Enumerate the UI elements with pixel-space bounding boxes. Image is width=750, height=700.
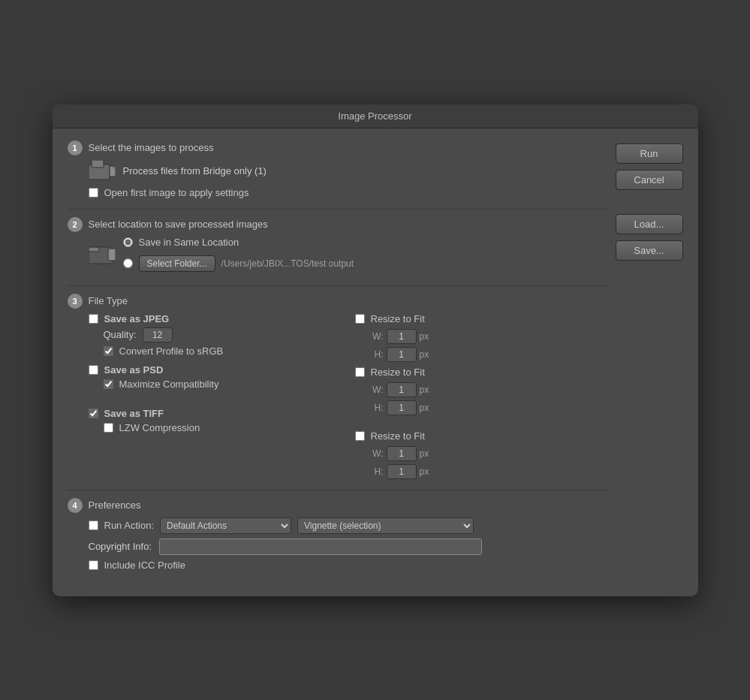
- section-3: 3 File Type Save as JPEG: [68, 294, 607, 479]
- lzw-compression-label[interactable]: LZW Compression: [119, 422, 200, 433]
- psd-w-input[interactable]: [387, 382, 417, 397]
- copyright-label: Copyright Info:: [89, 541, 152, 552]
- save-button[interactable]: Save...: [616, 240, 683, 261]
- divider-1: [68, 209, 607, 210]
- step-2-badge: 2: [68, 217, 83, 232]
- section-1: 1 Select the images to process: [68, 140, 607, 198]
- icc-row: Include ICC Profile: [89, 560, 607, 571]
- section-4-header: 4 Preferences: [68, 498, 607, 513]
- section-2-title: Select location to save processed images: [89, 219, 268, 230]
- section-4-title: Preferences: [89, 499, 141, 511]
- tiff-w-label: W:: [370, 448, 384, 459]
- save-location-icon: [89, 244, 116, 267]
- resize-tiff-label[interactable]: Resize to Fit: [371, 430, 425, 442]
- icc-profile-checkbox[interactable]: [89, 560, 98, 570]
- section-1-title: Select the images to process: [89, 142, 214, 153]
- load-button[interactable]: Load...: [616, 214, 683, 234]
- jpeg-w-input[interactable]: [387, 329, 417, 344]
- quality-input[interactable]: [143, 327, 173, 342]
- step-3-badge: 3: [68, 294, 83, 309]
- open-first-label[interactable]: Open first image to apply settings: [104, 187, 249, 198]
- convert-profile-label[interactable]: Convert Profile to sRGB: [119, 345, 224, 357]
- copyright-input[interactable]: [159, 539, 482, 555]
- same-location-label[interactable]: Save in Same Location: [139, 237, 239, 248]
- svg-rect-6: [108, 249, 116, 261]
- quality-label: Quality:: [104, 329, 137, 340]
- folder-path: /Users/jeb/JBIX...TOS/test output: [221, 258, 354, 269]
- save-jpeg-checkbox[interactable]: [89, 314, 98, 324]
- jpeg-h-label: H:: [370, 349, 384, 360]
- tiff-h-px: px: [420, 466, 429, 477]
- run-action-checkbox[interactable]: [89, 520, 98, 530]
- psd-h-input[interactable]: [387, 400, 417, 415]
- jpeg-w-label: W:: [370, 331, 384, 342]
- bridge-icon: [89, 160, 116, 183]
- jpeg-h-input[interactable]: [387, 347, 417, 362]
- jpeg-w-px: px: [420, 331, 429, 342]
- open-first-checkbox[interactable]: [89, 188, 98, 198]
- resize-jpeg-label[interactable]: Resize to Fit: [371, 313, 425, 324]
- lzw-compression-checkbox[interactable]: [104, 423, 113, 433]
- vignette-select[interactable]: Vignette (selection): [297, 517, 474, 534]
- section-3-title: File Type: [89, 295, 128, 306]
- tiff-w-input[interactable]: [387, 446, 417, 461]
- select-folder-button[interactable]: Select Folder...: [139, 255, 215, 272]
- psd-h-label: H:: [370, 403, 384, 413]
- title-bar: Image Processor: [53, 104, 698, 128]
- dialog-title: Image Processor: [338, 110, 411, 122]
- cancel-button[interactable]: Cancel: [616, 170, 683, 190]
- copyright-row: Copyright Info:: [89, 539, 607, 555]
- section-2-header: 2 Select location to save processed imag…: [68, 217, 607, 232]
- divider-2: [68, 285, 607, 286]
- same-location-radio[interactable]: [123, 237, 133, 247]
- side-buttons: Run Cancel Load... Save...: [616, 140, 683, 581]
- tiff-h-label: H:: [370, 466, 384, 477]
- resize-tiff-checkbox[interactable]: [355, 431, 365, 441]
- run-button[interactable]: Run: [616, 143, 683, 164]
- svg-rect-1: [92, 160, 104, 167]
- save-jpeg-label[interactable]: Save as JPEG: [104, 313, 170, 324]
- resize-psd-checkbox[interactable]: [355, 367, 365, 377]
- save-psd-checkbox[interactable]: [89, 365, 98, 375]
- actions-select[interactable]: Default Actions: [160, 517, 291, 534]
- svg-rect-5: [89, 247, 99, 252]
- section-3-header: 3 File Type: [68, 294, 607, 309]
- divider-3: [68, 490, 607, 490]
- run-action-label[interactable]: Run Action:: [104, 520, 155, 531]
- step-4-badge: 4: [68, 498, 83, 513]
- save-tiff-label[interactable]: Save as TIFF: [104, 408, 164, 419]
- section-4: 4 Preferences Run Action: Default Action…: [68, 498, 607, 571]
- save-psd-label[interactable]: Save as PSD: [104, 364, 164, 376]
- resize-jpeg-checkbox[interactable]: [355, 314, 365, 324]
- select-folder-radio[interactable]: [123, 258, 133, 268]
- step-1-badge: 1: [68, 140, 83, 155]
- convert-profile-checkbox[interactable]: [104, 346, 113, 356]
- save-tiff-checkbox[interactable]: [89, 409, 98, 418]
- section-1-header: 1 Select the images to process: [68, 140, 607, 155]
- tiff-w-px: px: [420, 448, 429, 459]
- jpeg-h-px: px: [420, 349, 429, 360]
- psd-w-label: W:: [370, 385, 384, 395]
- file-type-grid: Save as JPEG Quality: Convert Profile to…: [89, 313, 607, 479]
- main-panel: 1 Select the images to process: [68, 140, 607, 581]
- bridge-source-label: Process files from Bridge only (1): [123, 165, 267, 177]
- maximize-compat-checkbox[interactable]: [104, 379, 113, 389]
- tiff-h-input[interactable]: [387, 464, 417, 479]
- resize-psd-label[interactable]: Resize to Fit: [371, 367, 425, 378]
- maximize-compat-label[interactable]: Maximize Compatibility: [119, 379, 219, 390]
- image-processor-dialog: Image Processor 1 Select the images to p…: [53, 104, 698, 596]
- icc-profile-label[interactable]: Include ICC Profile: [104, 560, 185, 571]
- psd-h-px: px: [420, 403, 429, 413]
- section-2: 2 Select location to save processed imag…: [68, 217, 607, 275]
- run-action-row: Run Action: Default Actions Vignette (se…: [89, 517, 607, 534]
- psd-w-px: px: [420, 385, 429, 395]
